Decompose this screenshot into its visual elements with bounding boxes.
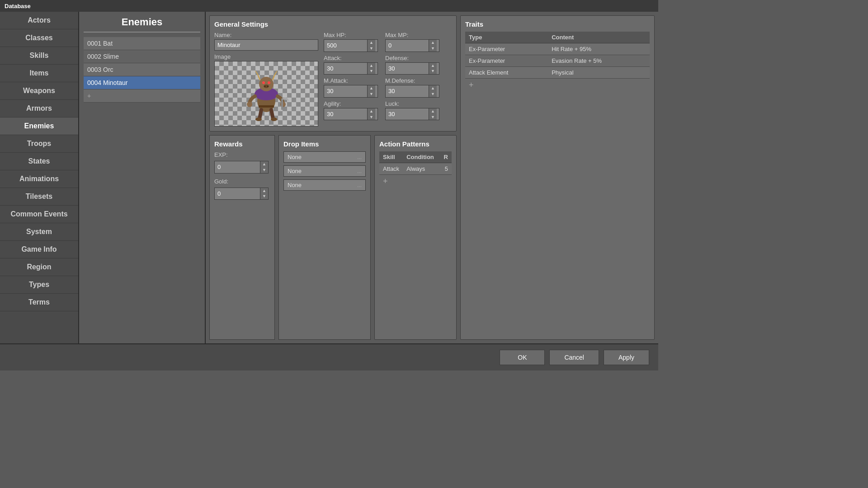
sidebar-item-tilesets[interactable]: Tilesets [0, 188, 78, 206]
traits-panel: Traits Type Content Ex-Parameter Hit Rat… [460, 15, 655, 340]
spin-up-5[interactable]: ▲ [429, 85, 437, 91]
enemy-item-0003[interactable]: 0003 Orc [84, 63, 200, 76]
spin-down-3[interactable]: ▼ [429, 68, 437, 74]
param-input-2[interactable] [324, 63, 367, 74]
spin-up-0[interactable]: ▲ [368, 40, 375, 46]
svg-rect-13 [259, 105, 274, 108]
gold-spin-up[interactable]: ▲ [260, 188, 268, 194]
list-panel: Enemies 0001 Bat0002 Slime0003 Orc0004 M… [79, 12, 206, 343]
drop-item-row-2[interactable]: None... [283, 179, 366, 191]
spin-down-5[interactable]: ▼ [429, 91, 437, 97]
param-spinner-7[interactable]: ▲▼ [429, 108, 437, 120]
drop-item-btn-0[interactable]: ... [357, 154, 362, 160]
name-label: Name: [214, 32, 318, 38]
param-input-3[interactable] [386, 63, 429, 74]
param-input-0[interactable] [324, 40, 367, 51]
sidebar-item-game-info[interactable]: Game Info [0, 241, 78, 258]
param-spinner-3[interactable]: ▲▼ [429, 63, 437, 75]
sidebar-item-weapons[interactable]: Weapons [0, 82, 78, 100]
exp-input[interactable] [215, 162, 260, 172]
sidebar-item-terms[interactable]: Terms [0, 294, 78, 311]
sidebar-item-types[interactable]: Types [0, 276, 78, 294]
param-field-1: Max MP:▲▼ [385, 32, 439, 52]
param-spinner-6[interactable]: ▲▼ [367, 108, 375, 120]
enemy-list: 0001 Bat0002 Slime0003 Orc0004 Minotaur+ [84, 37, 200, 103]
param-spinner-0[interactable]: ▲▼ [367, 40, 375, 52]
sidebar-item-system[interactable]: System [0, 223, 78, 241]
param-spinner-4[interactable]: ▲▼ [367, 85, 375, 97]
enemy-add-button[interactable]: + [84, 89, 200, 103]
sidebar-item-armors[interactable]: Armors [0, 100, 78, 117]
enemy-item-0004[interactable]: 0004 Minotaur [84, 76, 200, 89]
param-input-6[interactable] [324, 109, 367, 119]
drop-item-btn-2[interactable]: ... [357, 182, 362, 188]
trait-row-2[interactable]: Attack Element Physical [465, 67, 650, 79]
enemy-image[interactable] [214, 61, 318, 127]
sidebar-item-enemies[interactable]: Enemies [0, 117, 78, 135]
spin-up-3[interactable]: ▲ [429, 63, 437, 69]
sidebar-item-common-events[interactable]: Common Events [0, 206, 78, 223]
param-input-4[interactable] [324, 86, 367, 96]
general-settings-panel: General Settings Name: Image [209, 15, 457, 131]
panels-area: General Settings Name: Image [206, 12, 658, 343]
svg-rect-10 [281, 99, 283, 110]
spin-down-2[interactable]: ▼ [368, 68, 375, 74]
param-spinner-2[interactable]: ▲▼ [367, 63, 375, 75]
drop-item-text-1: None [288, 168, 302, 174]
param-input-1[interactable] [386, 40, 429, 51]
exp-spinner[interactable]: ▲ ▼ [260, 161, 268, 173]
spin-down-7[interactable]: ▼ [429, 114, 437, 120]
spin-up-6[interactable]: ▲ [368, 108, 375, 114]
exp-spin-down[interactable]: ▼ [260, 167, 268, 173]
sidebar-item-states[interactable]: States [0, 153, 78, 170]
sidebar-item-animations[interactable]: Animations [0, 170, 78, 188]
spin-up-4[interactable]: ▲ [368, 85, 375, 91]
svg-point-2 [259, 77, 274, 91]
spin-up-2[interactable]: ▲ [368, 63, 375, 69]
sidebar: ActorsClassesSkillsItemsWeaponsArmorsEne… [0, 12, 79, 343]
action-patterns-title: Action Patterns [379, 140, 452, 148]
drop-item-row-1[interactable]: None... [283, 165, 366, 177]
enemy-item-0001[interactable]: 0001 Bat [84, 37, 200, 50]
name-input[interactable] [214, 39, 318, 51]
exp-spin-up[interactable]: ▲ [260, 161, 268, 167]
param-spinner-1[interactable]: ▲▼ [429, 40, 437, 52]
apply-button[interactable]: Apply [604, 350, 649, 365]
sidebar-item-region[interactable]: Region [0, 258, 78, 276]
drop-item-row-0[interactable]: None... [283, 151, 366, 163]
spin-down-0[interactable]: ▼ [368, 46, 375, 52]
param-field-0: Max HP:▲▼ [324, 32, 378, 52]
spin-up-7[interactable]: ▲ [429, 108, 437, 114]
sidebar-item-skills[interactable]: Skills [0, 47, 78, 65]
sidebar-item-troops[interactable]: Troops [0, 135, 78, 153]
ap-row-0[interactable]: Attack Always 5 [379, 163, 452, 175]
spin-down-4[interactable]: ▼ [368, 91, 375, 97]
param-input-wrap-5: ▲▼ [385, 85, 439, 98]
enemy-item-0002[interactable]: 0002 Slime [84, 50, 200, 63]
gold-spinner[interactable]: ▲ ▼ [260, 188, 268, 200]
trait-content-1: Evasion Rate + 5% [548, 55, 650, 67]
gold-spin-down[interactable]: ▼ [260, 193, 268, 199]
spin-down-1[interactable]: ▼ [429, 46, 437, 52]
sidebar-item-items[interactable]: Items [0, 65, 78, 82]
param-spinner-5[interactable]: ▲▼ [429, 85, 437, 97]
ap-col-r: R [438, 151, 452, 163]
cancel-button[interactable]: Cancel [549, 350, 599, 365]
general-settings-title: General Settings [214, 20, 452, 28]
trait-type-0: Ex-Parameter [465, 43, 548, 55]
spin-up-1[interactable]: ▲ [429, 40, 437, 46]
drop-items-panel: Drop Items None...None...None... [278, 135, 371, 340]
trait-row-1[interactable]: Ex-Parameter Evasion Rate + 5% [465, 55, 650, 67]
traits-add-button[interactable]: + [465, 79, 477, 92]
ok-button[interactable]: OK [500, 350, 545, 365]
spin-down-6[interactable]: ▼ [368, 114, 375, 120]
param-input-5[interactable] [386, 86, 429, 96]
param-input-wrap-1: ▲▼ [385, 39, 439, 52]
drop-item-btn-1[interactable]: ... [357, 168, 362, 174]
trait-row-0[interactable]: Ex-Parameter Hit Rate + 95% [465, 43, 650, 55]
ap-add-button[interactable]: + [379, 175, 392, 188]
sidebar-item-classes[interactable]: Classes [0, 29, 78, 47]
gold-input[interactable] [215, 188, 260, 199]
param-input-7[interactable] [386, 109, 429, 119]
sidebar-item-actors[interactable]: Actors [0, 12, 78, 29]
